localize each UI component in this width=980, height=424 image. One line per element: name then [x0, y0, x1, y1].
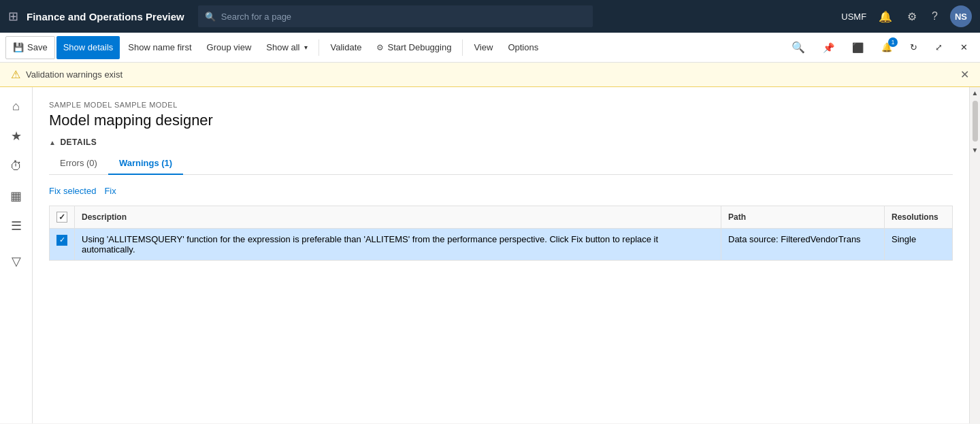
- help-button[interactable]: ?: [929, 7, 941, 25]
- show-name-first-button[interactable]: Show name first: [121, 36, 198, 59]
- scroll-down-button[interactable]: ▼: [970, 144, 981, 155]
- debug-icon: ⚙: [376, 43, 384, 52]
- table-header-check: ✓: [50, 206, 75, 229]
- show-details-button[interactable]: Show details: [56, 36, 120, 59]
- sidebar-home-button[interactable]: ⌂: [3, 93, 30, 120]
- row-path: Data source: FilteredVendorTrans: [721, 229, 885, 261]
- sidebar-recent-button[interactable]: ⏱: [3, 152, 30, 180]
- warnings-table: ✓ Description Path Resolutions ✓ Using '…: [49, 206, 953, 261]
- app-title: Finance and Operations Preview: [27, 11, 184, 22]
- notifications-badge-button[interactable]: 🔔 1: [875, 36, 899, 59]
- tabs-container: Errors (0) Warnings (1): [49, 152, 953, 175]
- sidebar-workspace-button[interactable]: ▦: [3, 182, 30, 210]
- details-section-header[interactable]: ▲ DETAILS: [49, 137, 953, 147]
- fix-button[interactable]: Fix: [104, 183, 116, 199]
- notification-count-badge: 1: [888, 37, 898, 47]
- left-sidebar: ⌂ ★ ⏱ ▦ ☰ ▽: [0, 87, 33, 423]
- toolbar-divider-2: [462, 39, 463, 56]
- table-header-path: Path: [721, 206, 885, 229]
- toolbar-search-button[interactable]: 🔍: [785, 36, 812, 59]
- fix-selected-button[interactable]: Fix selected: [49, 183, 96, 199]
- table-header-resolutions: Resolutions: [885, 206, 953, 229]
- user-avatar[interactable]: NS: [950, 5, 972, 27]
- group-view-button[interactable]: Group view: [200, 36, 259, 59]
- page-title: Model mapping designer: [49, 112, 953, 129]
- row-checkbox[interactable]: ✓: [56, 235, 67, 246]
- table-row[interactable]: ✓ Using 'ALLITEMSQUERY' function for the…: [50, 229, 953, 261]
- main-layout: ⌂ ★ ⏱ ▦ ☰ ▽ SAMPLE MODEL SAMPLE MODEL Mo…: [0, 87, 980, 423]
- details-section-label: DETAILS: [60, 137, 97, 147]
- page-header: SAMPLE MODEL SAMPLE MODEL Model mapping …: [33, 87, 969, 137]
- toolbar: 💾 Save Show details Show name first Grou…: [0, 33, 980, 63]
- toolbar-close-button[interactable]: ✕: [953, 36, 975, 59]
- sidebar-favorites-button[interactable]: ★: [3, 123, 30, 150]
- apps-grid-icon[interactable]: ⊞: [8, 9, 18, 24]
- company-code: USMF: [841, 12, 866, 22]
- toolbar-expand-button[interactable]: ⬛: [845, 36, 870, 59]
- save-button[interactable]: 💾 Save: [5, 36, 55, 59]
- toolbar-divider-1: [318, 39, 319, 56]
- nav-right-controls: USMF 🔔 ⚙ ? NS: [841, 5, 972, 27]
- top-nav-bar: ⊞ Finance and Operations Preview 🔍 USMF …: [0, 0, 980, 33]
- scroll-thumb[interactable]: [973, 101, 978, 142]
- search-bar[interactable]: 🔍: [198, 5, 593, 27]
- tab-warnings[interactable]: Warnings (1): [108, 152, 183, 175]
- row-description: Using 'ALLITEMSQUERY' function for the e…: [75, 229, 721, 261]
- notifications-button[interactable]: 🔔: [876, 7, 895, 26]
- right-scrollbar: ▲ ▼: [969, 87, 980, 423]
- warning-triangle-icon: ⚠: [11, 68, 20, 81]
- tab-errors[interactable]: Errors (0): [49, 152, 108, 175]
- breadcrumb: SAMPLE MODEL SAMPLE MODEL: [49, 101, 953, 109]
- warning-banner-close-button[interactable]: ✕: [960, 68, 969, 81]
- options-button[interactable]: Options: [501, 36, 545, 59]
- search-input[interactable]: [221, 12, 586, 22]
- collapse-arrow-icon: ▲: [49, 139, 56, 146]
- view-button[interactable]: View: [467, 36, 500, 59]
- toolbar-open-new-window-button[interactable]: ⤢: [928, 36, 949, 59]
- sidebar-filter-button[interactable]: ▽: [3, 248, 30, 275]
- fix-actions: Fix selected Fix: [49, 183, 953, 199]
- sidebar-modules-button[interactable]: ☰: [3, 212, 30, 240]
- save-icon: 💾: [13, 42, 24, 52]
- details-section: ▲ DETAILS Errors (0) Warnings (1) Fix se…: [33, 137, 969, 261]
- show-all-button[interactable]: Show all ▾: [259, 36, 314, 59]
- validate-button[interactable]: Validate: [323, 36, 368, 59]
- search-icon: 🔍: [205, 12, 216, 22]
- row-resolutions: Single: [885, 229, 953, 261]
- toolbar-refresh-button[interactable]: ↻: [903, 36, 924, 59]
- table-header-description: Description: [75, 206, 721, 229]
- content-area: SAMPLE MODEL SAMPLE MODEL Model mapping …: [33, 87, 969, 423]
- warning-banner: ⚠ Validation warnings exist ✕: [0, 63, 980, 87]
- start-debugging-button[interactable]: ⚙ Start Debugging: [370, 36, 458, 59]
- scroll-up-button[interactable]: ▲: [970, 87, 981, 98]
- settings-button[interactable]: ⚙: [904, 7, 919, 26]
- show-all-dropdown-arrow: ▾: [304, 44, 308, 51]
- toolbar-pin-button[interactable]: 📌: [816, 36, 841, 59]
- select-all-checkbox[interactable]: ✓: [56, 212, 67, 223]
- warning-banner-text: Validation warnings exist: [26, 69, 122, 80]
- row-checkbox-cell[interactable]: ✓: [50, 229, 75, 261]
